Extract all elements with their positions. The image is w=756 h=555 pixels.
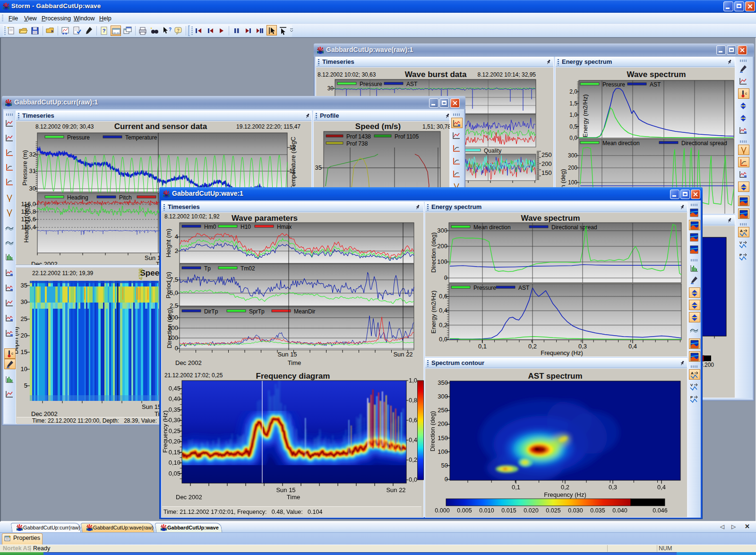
svg-text:Heading: Heading	[67, 194, 88, 201]
svg-text:SprTp: SprTp	[249, 308, 265, 315]
svg-text:0.020: 0.020	[524, 507, 538, 514]
svg-text:Dec 2002: Dec 2002	[176, 494, 202, 501]
svg-text:Hm0: Hm0	[204, 224, 216, 230]
svg-text:Tm02: Tm02	[241, 265, 255, 272]
svg-text:Sun 15: Sun 15	[142, 403, 161, 410]
svg-text:Current and sensor data: Current and sensor data	[114, 122, 207, 131]
svg-text:0.015: 0.015	[501, 507, 516, 514]
svg-text:0.005: 0.005	[457, 507, 472, 514]
svg-text:Pressure: Pressure	[602, 81, 625, 88]
svg-text:Frequency (Hz): Frequency (Hz)	[544, 491, 586, 498]
svg-text:0,4: 0,4	[409, 436, 417, 443]
svg-text:21.12.2002 17:02; 0,25: 21.12.2002 17:02; 0,25	[164, 372, 223, 379]
svg-text:Depth (m): Depth (m)	[16, 327, 19, 354]
svg-text:Energy (m2/Hz): Energy (m2/Hz)	[582, 94, 589, 137]
svg-text:8.12.2002 10:02; 1,92: 8.12.2002 10:02; 1,92	[164, 213, 220, 220]
svg-text:0,3: 0,3	[578, 343, 587, 350]
svg-text:0.030: 0.030	[568, 507, 583, 514]
svg-text:?: ?	[177, 28, 179, 33]
svg-text:Sun 22: Sun 22	[386, 486, 405, 494]
svg-text:Frequency (Hz): Frequency (Hz)	[541, 349, 583, 356]
svg-text:Prof 1438: Prof 1438	[346, 133, 371, 140]
svg-text:8.12.2002 10:02; 30,63: 8.12.2002 10:02; 30,63	[318, 71, 376, 78]
svg-text:Time: Time	[288, 359, 301, 366]
svg-text:0.046: 0.046	[653, 507, 667, 514]
svg-text:0.040: 0.040	[612, 507, 627, 514]
svg-text:c: c	[11, 351, 13, 356]
svg-text:Dec 2002: Dec 2002	[31, 410, 58, 416]
svg-text:Pressure: Pressure	[360, 81, 382, 87]
svg-text:Prof 738: Prof 738	[346, 140, 368, 147]
svg-text:Quality: Quality	[484, 147, 501, 154]
svg-text:0,2: 0,2	[561, 484, 569, 491]
svg-text:Direction (deg): Direction (deg)	[166, 308, 173, 348]
svg-text:Tp: Tp	[204, 265, 211, 272]
svg-text:Pressure: Pressure	[473, 285, 496, 291]
svg-text:Sun 15: Sun 15	[276, 486, 295, 494]
svg-text:Temperature: Temperature	[125, 134, 157, 141]
svg-text:1,0: 1,0	[409, 377, 417, 384]
svg-text:200: 200	[541, 160, 552, 167]
svg-text:8.12.2002 10:14; 32,95: 8.12.2002 10:14; 32,95	[478, 71, 536, 78]
svg-text:Wave spectrum: Wave spectrum	[627, 70, 686, 79]
svg-text:AST: AST	[406, 81, 418, 87]
svg-text:Dec 2002: Dec 2002	[175, 359, 202, 366]
svg-text:Sun 15: Sun 15	[277, 351, 297, 358]
svg-text:Period (s): Period (s)	[165, 272, 172, 298]
svg-text:Mean direction: Mean direction	[602, 140, 640, 147]
svg-text:V: V	[690, 383, 693, 387]
svg-text:0,2: 0,2	[528, 343, 537, 350]
svg-text:1,51; 30,78: 1,51; 30,78	[422, 123, 450, 130]
svg-text:H10: H10	[241, 224, 251, 230]
svg-text:Heading (deg): Heading (deg)	[23, 204, 30, 243]
svg-text:0,8: 0,8	[409, 397, 417, 404]
svg-text:8.12.2002 09:20; 30,43: 8.12.2002 09:20; 30,43	[35, 123, 94, 130]
svg-text:?: ?	[103, 28, 106, 34]
svg-text:AST: AST	[518, 285, 530, 291]
svg-text:Time: Time	[287, 494, 300, 501]
svg-text:Energy (m2/Hz): Energy (m2/Hz)	[430, 290, 437, 333]
svg-text:P: P	[690, 395, 693, 399]
svg-text:Pressure (m): Pressure (m)	[21, 150, 28, 185]
svg-text:0,0: 0,0	[409, 476, 417, 483]
svg-text:Prof 1105: Prof 1105	[395, 133, 419, 140]
svg-text:?: ?	[169, 27, 172, 32]
svg-text:250: 250	[541, 151, 552, 158]
svg-text:Wave burst data: Wave burst data	[405, 70, 467, 79]
svg-text:Frequency (Hz): Frequency (Hz)	[162, 410, 169, 453]
svg-text:19.12.2002 22:20; 115,47: 19.12.2002 22:20; 115,47	[236, 123, 301, 130]
svg-text:150: 150	[541, 169, 552, 176]
svg-text:AST spectrum: AST spectrum	[528, 372, 582, 381]
svg-text:0,1: 0,1	[512, 484, 520, 491]
svg-text:Sun 22: Sun 22	[393, 351, 412, 358]
svg-text:P: P	[739, 253, 742, 257]
svg-text:Direction (deg): Direction (deg)	[430, 232, 437, 272]
svg-text:Direction (deg): Direction (deg)	[429, 411, 436, 451]
svg-text:Wave parameters: Wave parameters	[232, 214, 298, 223]
svg-text:0.000: 0.000	[435, 507, 449, 514]
svg-text:Directional spread: Directional spread	[681, 140, 727, 147]
svg-text:Wave spectrum: Wave spectrum	[521, 214, 580, 223]
svg-text:0,4: 0,4	[628, 343, 637, 350]
svg-text:0.010: 0.010	[479, 507, 494, 514]
svg-text:0.035: 0.035	[590, 507, 605, 514]
svg-text:DirTp: DirTp	[204, 308, 218, 315]
svg-text:AST: AST	[650, 81, 661, 88]
svg-text:0,2: 0,2	[409, 456, 417, 463]
svg-text:Hmax: Hmax	[277, 224, 292, 230]
svg-text:c: c	[745, 91, 747, 95]
svg-text:Mean direction: Mean direction	[473, 224, 511, 231]
svg-text:Speed (m/s): Speed (m/s)	[355, 122, 401, 131]
svg-text:0,6: 0,6	[409, 416, 417, 424]
svg-text:Frequency diagram: Frequency diagram	[256, 372, 330, 381]
svg-text:Pressure: Pressure	[67, 134, 90, 141]
svg-text:Temperature (degC: Temperature (degC	[290, 137, 297, 190]
svg-text:V: V	[739, 241, 742, 245]
svg-text:0.025: 0.025	[546, 507, 560, 514]
svg-text:Directional spread: Directional spread	[551, 224, 597, 231]
svg-text:4738: 4738	[138, 269, 144, 280]
svg-text:A: A	[691, 371, 694, 375]
svg-text:22.12.2002 11:20; 19,39: 22.12.2002 11:20; 19,39	[32, 270, 94, 277]
svg-text:Height (m): Height (m)	[165, 229, 172, 258]
svg-text:Pitch: Pitch	[119, 194, 132, 201]
